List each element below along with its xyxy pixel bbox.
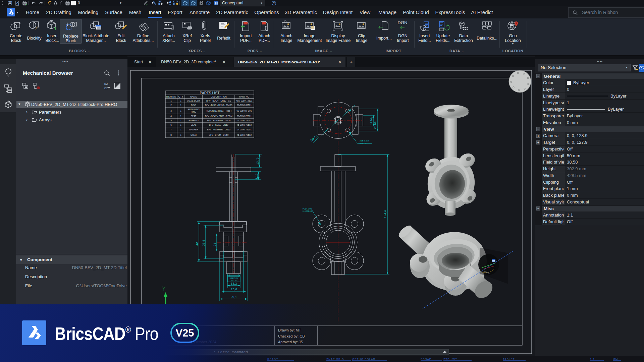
- svg-text:1: 1: [180, 128, 181, 131]
- svg-text:II FLOW: II FLOW: [231, 280, 237, 282]
- svg-text:PULA 1 U/1: PULA 1 U/1: [303, 208, 312, 210]
- svg-text:1: 1: [170, 100, 172, 102]
- svg-text:ITEM NO: ITEM NO: [166, 96, 176, 98]
- svg-text:1: 1: [180, 124, 181, 126]
- svg-text:NAME: NAME: [190, 96, 197, 98]
- svg-text:01-0050-72501: 01-0050-72501: [237, 119, 252, 122]
- svg-text:DESCRIPTION: DESCRIPTION: [211, 96, 227, 98]
- svg-text:29,1: 29,1: [231, 295, 237, 299]
- svg-text:BFV - BUSHING - DN50: BFV - BUSHING - DN50: [207, 119, 231, 122]
- svg-text:4: 4: [170, 115, 172, 117]
- svg-text:1: 1: [180, 119, 181, 122]
- svg-text:02-0050-5FE01: 02-0050-5FE01: [236, 110, 252, 112]
- svg-text:DGN: DGN: [398, 20, 408, 25]
- svg-text:4,12: 4,12: [255, 174, 258, 180]
- svg-text:8: 8: [170, 134, 172, 136]
- svg-text:SEAL: SEAL: [191, 124, 197, 126]
- svg-text:RETAINING RING - Type I: RETAINING RING - Type I: [206, 110, 232, 112]
- svg-text:BUSHING: BUSHING: [189, 119, 199, 122]
- svg-text:RETAINING: RETAINING: [188, 108, 200, 111]
- svg-text:07-0050-35501: 07-0050-35501: [237, 104, 252, 106]
- svg-text:BFV - SEAT - DN50 - EPDM: BFV - SEAT - DN50 - EPDM: [205, 115, 232, 117]
- svg-text:36,5: 36,5: [202, 240, 205, 246]
- svg-text:2.05+0.5 eff: 2.05+0.5 eff: [360, 140, 370, 142]
- svg-text:1: 1: [180, 104, 181, 106]
- svg-text:PART NO: PART NO: [239, 96, 250, 98]
- svg-text:BFV - BODY - DN50 - CS: BFV - BODY - DN50 - CS: [206, 100, 231, 102]
- svg-text:WASHER: WASHER: [189, 128, 199, 131]
- svg-text:STEM: STEM: [191, 134, 197, 136]
- svg-text:23,6: 23,6: [231, 287, 237, 291]
- svg-text:DA: DA: [104, 82, 108, 85]
- svg-text:DISC: DISC: [191, 104, 196, 106]
- svg-text:1: 1: [180, 100, 181, 102]
- svg-text:5: 5: [170, 119, 172, 122]
- svg-text:13,2: 13,2: [231, 282, 237, 285]
- svg-text:BFV - DISC - DN50 - 304SS: BFV - DISC - DN50 - 304SS: [205, 104, 232, 106]
- svg-text:PARTS LIST: PARTS LIST: [200, 91, 220, 95]
- svg-text:1: 1: [180, 134, 181, 136]
- svg-text:1: 1: [180, 110, 181, 112]
- svg-text:?: ?: [273, 2, 275, 5]
- svg-text:0,-X009-0,05: 0,-X009-0,05: [303, 210, 313, 212]
- svg-text:7: 7: [170, 128, 172, 131]
- svg-text:2: 2: [170, 104, 172, 106]
- svg-text:75-0050-72502: 75-0050-72502: [237, 124, 252, 126]
- svg-text:D37.1: D37.1: [310, 133, 319, 142]
- svg-text:RING: RING: [191, 111, 196, 113]
- svg-text:QTY: QTY: [178, 96, 183, 98]
- svg-text:76-0150-72502: 76-0150-72502: [237, 134, 252, 136]
- svg-text:4BV-0050-72501: 4BV-0050-72501: [236, 100, 253, 102]
- svg-text:6: 6: [170, 124, 172, 126]
- svg-text:DZ: DZ: [104, 87, 108, 90]
- svg-text:DIRECTION: DIRECTION: [230, 278, 238, 279]
- svg-text:1: 1: [180, 115, 181, 117]
- svg-text:21: 21: [213, 243, 216, 246]
- svg-text:11.54: 11.54: [369, 117, 373, 125]
- svg-text:SEAT: SEAT: [191, 115, 197, 117]
- svg-text:BFV - WASHER - DN50: BFV - WASHER - DN50: [207, 128, 230, 131]
- svg-text:23,64: 23,64: [373, 121, 377, 129]
- svg-text:06-0050-72501: 06-0050-72501: [237, 115, 252, 117]
- svg-text:13,`9: 13,`9: [256, 158, 259, 165]
- svg-text:124,4: 124,4: [383, 210, 387, 218]
- svg-text:M6x0.32: M6x0.32: [360, 142, 367, 144]
- svg-text:3: 3: [170, 110, 172, 112]
- svg-text:Y: Y: [162, 286, 166, 292]
- svg-text:04-0050-72501: 04-0050-72501: [237, 128, 252, 131]
- svg-text:VALVE BODY: VALVE BODY: [187, 100, 201, 102]
- svg-text:42: 42: [195, 242, 199, 246]
- svg-text:BFV - SEAL - DN50: BFV - SEAL - DN50: [209, 124, 228, 126]
- svg-text:BFV - STEM - DN50: BFV - STEM - DN50: [209, 134, 229, 136]
